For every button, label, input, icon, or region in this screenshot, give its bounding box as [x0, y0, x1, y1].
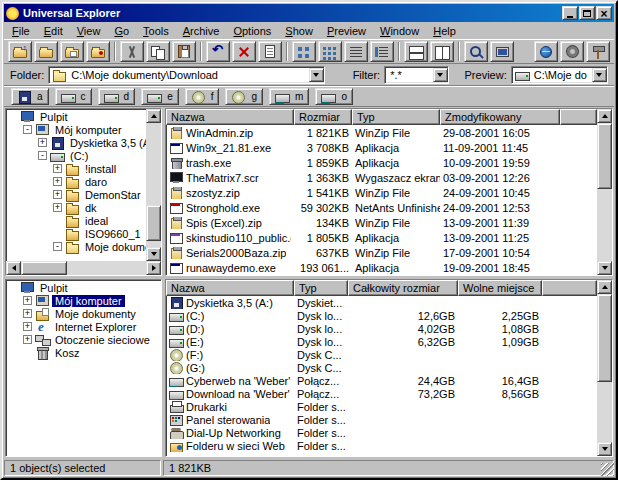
tree-item[interactable]: - (C:) [6, 149, 146, 162]
menu-edit[interactable]: Edit [37, 24, 70, 38]
scroll-down-button[interactable] [597, 261, 612, 275]
tree-item[interactable]: - Moje dokumenty [6, 240, 146, 253]
tree-item[interactable]: + !install [6, 162, 146, 175]
drive-row[interactable]: Folderu w sieci Web Folder s... [166, 439, 597, 452]
expander-icon[interactable] [8, 283, 17, 292]
expander-icon[interactable]: + [53, 190, 62, 199]
expander-icon[interactable] [8, 112, 17, 121]
vertical-scrollbar[interactable] [597, 280, 612, 456]
web-button[interactable] [534, 41, 558, 62]
drive-row[interactable]: (D:) Dysk lo... 4,02GB 1,08GB [166, 322, 597, 335]
list-view-button[interactable] [344, 41, 368, 62]
tree-item[interactable]: ISO9660_1 [6, 227, 146, 240]
expander-icon[interactable]: + [53, 177, 62, 186]
drive-button[interactable]: e [141, 88, 179, 105]
tree-item[interactable]: + daro [6, 175, 146, 188]
drive-button[interactable]: m [269, 88, 309, 105]
column-header-name[interactable]: Nazwa [166, 109, 294, 125]
expander-icon[interactable]: - [38, 151, 47, 160]
drive-button[interactable]: a [11, 88, 49, 105]
settings-button[interactable] [560, 41, 584, 62]
scroll-up-button[interactable] [146, 109, 161, 123]
expander-icon[interactable] [53, 229, 62, 238]
maximize-button[interactable] [579, 6, 595, 20]
menu-file[interactable]: File [5, 24, 37, 38]
tree-item[interactable]: Pulpit [6, 281, 161, 294]
column-header-modified[interactable]: Zmodyfikowany [440, 109, 560, 125]
details-view-button[interactable] [370, 41, 394, 62]
drive-row[interactable]: (C:) Dysk lo... 12,6GB 2,25GB [166, 309, 597, 322]
vertical-scrollbar[interactable] [597, 109, 612, 275]
properties-button[interactable] [258, 41, 282, 62]
split-vertical-button[interactable] [430, 41, 454, 62]
tree-item[interactable]: + Moje dokumenty [6, 307, 161, 320]
small-icons-button[interactable] [318, 41, 342, 62]
expander-icon[interactable]: + [53, 164, 62, 173]
file-row[interactable]: Spis (Excel).zip 134KB WinZip File 13-09… [166, 215, 597, 230]
file-row[interactable]: Win9x_21.81.exe 3 708KB Aplikacja 11-09-… [166, 140, 597, 155]
expander-icon[interactable]: + [23, 309, 32, 318]
drive-button[interactable]: o [315, 88, 353, 105]
filter-combo-dropdown[interactable] [433, 68, 448, 82]
file-row[interactable]: Stronghold.exe 59 302KB NetAnts Unfinish… [166, 200, 597, 215]
expander-icon[interactable]: + [23, 322, 32, 331]
scroll-down-button[interactable] [146, 247, 161, 261]
undo-button[interactable] [206, 41, 230, 62]
tree-item[interactable]: + DemonStar [6, 188, 146, 201]
menu-tools[interactable]: Tools [136, 24, 176, 38]
tree-item[interactable]: Pulpit [6, 110, 146, 123]
menu-archive[interactable]: Archive [176, 24, 227, 38]
file-row[interactable]: trash.exe 1 859KB Aplikacja 10-09-2001 1… [166, 155, 597, 170]
paste-button[interactable] [172, 41, 196, 62]
filter-combo[interactable]: *.* [384, 66, 448, 84]
menu-options[interactable]: Options [226, 24, 278, 38]
file-row[interactable]: TheMatrix7.scr 1 363KB Wygaszacz ekranu … [166, 170, 597, 185]
expander-icon[interactable]: + [53, 203, 62, 212]
file-row[interactable]: skinstudio110_public.exe 1 805KB Aplikac… [166, 230, 597, 245]
resize-grip[interactable] [601, 463, 614, 476]
drive-row[interactable]: Drukarki Folder s... [166, 400, 597, 413]
minimize-button[interactable] [562, 6, 578, 20]
new-folder-button[interactable] [60, 41, 84, 62]
drive-row[interactable]: Cyberweb na 'Weber' (M:) Połącz... 24,4G… [166, 374, 597, 387]
column-header-name[interactable]: Nazwa [166, 280, 294, 296]
drive-button[interactable]: f [185, 88, 220, 105]
expander-icon[interactable]: - [23, 125, 32, 134]
expander-icon[interactable]: + [38, 138, 47, 147]
find-button[interactable] [464, 41, 488, 62]
drive-button[interactable]: g [225, 88, 263, 105]
delete-button[interactable] [232, 41, 256, 62]
file-row[interactable]: runawaydemo.exe 193 061... Aplikacja 19-… [166, 260, 597, 275]
drive-row[interactable]: Panel sterowania Folder s... [166, 413, 597, 426]
drive-row[interactable]: Dial-Up Networking Folder s... [166, 426, 597, 439]
expander-icon[interactable] [53, 216, 62, 225]
tree-item[interactable]: + Otoczenie sieciowe [6, 333, 161, 346]
file-row[interactable]: WinAdmin.zip 1 821KB WinZip File 29-08-2… [166, 125, 597, 140]
drive-row[interactable]: (E:) Dysk lo... 6,32GB 1,09GB [166, 335, 597, 348]
large-icons-button[interactable] [292, 41, 316, 62]
scrollbar-thumb[interactable] [21, 261, 67, 275]
tree-item[interactable]: - Mój komputer [6, 123, 146, 136]
column-header-free-space[interactable]: Wolne miejsce [458, 280, 542, 296]
drive-row[interactable]: (F:) Dysk C... [166, 348, 597, 361]
menu-help[interactable]: Help [426, 24, 463, 38]
scroll-down-button[interactable] [597, 442, 612, 456]
menu-go[interactable]: Go [107, 24, 136, 38]
menu-window[interactable]: Window [373, 24, 426, 38]
scroll-up-button[interactable] [597, 280, 612, 294]
scrollbar-thumb[interactable] [597, 123, 612, 189]
scroll-right-button[interactable] [146, 261, 161, 275]
split-horizontal-button[interactable] [404, 41, 428, 62]
up-button[interactable] [8, 41, 32, 62]
vertical-scrollbar[interactable] [146, 109, 161, 261]
expander-icon[interactable] [23, 348, 32, 357]
scrollbar-thumb[interactable] [597, 294, 612, 382]
menu-preview[interactable]: Preview [320, 24, 373, 38]
drive-button[interactable]: c [55, 88, 92, 105]
menu-show[interactable]: Show [278, 24, 320, 38]
tree-item[interactable]: Kosz [6, 346, 161, 359]
tree-item[interactable]: + Internet Explorer [6, 320, 161, 333]
tools-button[interactable] [586, 41, 610, 62]
expander-icon[interactable]: - [53, 242, 62, 251]
column-header-type[interactable]: Typ [352, 109, 440, 125]
